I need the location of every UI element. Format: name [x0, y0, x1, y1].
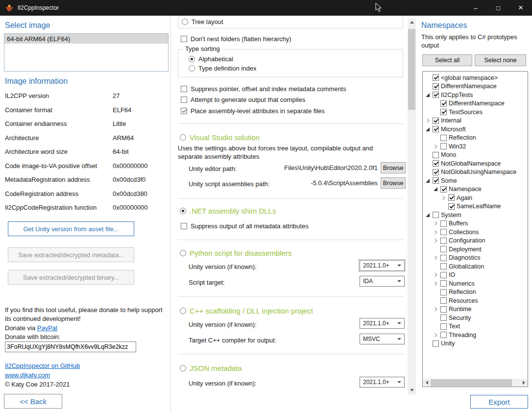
expander-expanded-icon[interactable] — [425, 178, 431, 184]
scroll-up-icon[interactable] — [408, 18, 416, 26]
tree-item-collections[interactable]: Collections — [423, 228, 528, 237]
expander-collapsed-icon[interactable] — [433, 332, 438, 338]
expander-collapsed-icon[interactable] — [433, 272, 438, 278]
expander-collapsed-icon[interactable] — [433, 238, 438, 243]
tree-item-differentnamespace[interactable]: DifferentNamespace — [423, 99, 528, 108]
namespace-checkbox[interactable] — [440, 229, 447, 235]
tree-item-io[interactable]: IO — [423, 271, 528, 280]
namespace-checkbox[interactable] — [433, 92, 439, 98]
vs-solution-radio[interactable] — [180, 134, 186, 141]
website-link[interactable]: www.djkaty.com — [5, 371, 50, 379]
tree-item-microsoft[interactable]: Microsoft — [423, 125, 528, 134]
select-none-button[interactable]: Select none — [475, 54, 526, 66]
maximize-icon[interactable]: □ — [487, 0, 509, 16]
flatten-option[interactable]: Don't nest folders (flatten hierarchy) — [181, 34, 291, 43]
expander-collapsed-icon[interactable] — [433, 281, 438, 287]
expander-expanded-icon[interactable] — [425, 126, 431, 132]
sort-typedef-radio[interactable] — [189, 65, 195, 72]
tree-item-win32[interactable]: Win32 — [423, 142, 528, 151]
namespace-checkbox[interactable] — [440, 323, 447, 330]
tree-item-resources[interactable]: Resources — [423, 296, 528, 305]
expander-collapsed-icon[interactable] — [433, 255, 438, 261]
middle-scrollbar-thumb[interactable] — [408, 29, 415, 110]
save-metadata-button[interactable]: Save extracted/decrypted metadata... — [8, 247, 134, 262]
export-button[interactable]: Export — [470, 395, 528, 409]
suppress-comments-checkbox[interactable] — [181, 86, 187, 92]
python-unity-version-select[interactable]: 2021.1.0+ — [360, 260, 405, 271]
sort-typedef-option[interactable]: Type definition index — [189, 64, 257, 73]
browse-assemblies-path-button[interactable]: Browse — [381, 177, 406, 189]
tree-hscrollbar[interactable] — [423, 379, 528, 387]
tree-item-diagnostics[interactable]: Diagnostics — [423, 254, 528, 263]
tree-item-mono[interactable]: Mono — [423, 151, 528, 160]
python-script-radio[interactable] — [180, 250, 186, 256]
namespace-checkbox[interactable] — [440, 306, 447, 313]
tree-item-notglobalusingnamespace[interactable]: NotGlobalUsingNamespace — [423, 168, 528, 177]
namespace-checkbox[interactable] — [440, 315, 447, 321]
namespace-checkbox[interactable] — [440, 246, 447, 252]
scroll-left-icon[interactable] — [423, 379, 431, 387]
namespace-checkbox[interactable] — [433, 83, 439, 90]
scroll-down-icon[interactable] — [408, 386, 416, 394]
tree-hscrollbar-thumb[interactable] — [431, 379, 512, 386]
script-target-select[interactable]: IDA — [360, 276, 405, 287]
tree-item-notglobalnamespace[interactable]: NotGlobalNamespace — [423, 159, 528, 168]
separate-attributes-option[interactable]: Place assembly-level attributes in separ… — [181, 106, 325, 115]
unity-script-assemblies-field[interactable]: -5.0.4\ScriptAssemblies — [244, 179, 378, 189]
cpp-compiler-select[interactable]: MSVC — [360, 334, 405, 344]
compilable-output-option[interactable]: Attempt to generate output that compiles — [181, 95, 305, 104]
tree-item-testsources[interactable]: TestSources — [423, 108, 528, 117]
tree-item-security[interactable]: Security — [423, 314, 528, 322]
tree-item-some[interactable]: Some — [423, 176, 528, 185]
dotnet-shim-radio[interactable] — [180, 208, 186, 214]
tree-item-configuration[interactable]: Configuration — [423, 237, 528, 245]
browse-editor-path-button[interactable]: Browse — [381, 162, 406, 173]
namespace-checkbox[interactable] — [440, 220, 447, 227]
namespace-checkbox[interactable] — [433, 118, 439, 124]
suppress-metadata-option[interactable]: Suppress output of all metadata attribut… — [181, 221, 309, 230]
expander-collapsed-icon[interactable] — [433, 220, 438, 226]
cpp-project-option[interactable]: C++ scaffolding / DLL injection project — [180, 306, 313, 316]
namespace-checkbox[interactable] — [440, 332, 447, 338]
back-button[interactable]: << Back — [4, 394, 62, 409]
separate-attributes-checkbox[interactable] — [181, 108, 187, 114]
sort-alphabetical-option[interactable]: Alphabetical — [189, 54, 233, 63]
tree-item-buffers[interactable]: Buffers — [423, 219, 528, 228]
tree-item-unity[interactable]: Unity — [423, 340, 528, 348]
namespace-checkbox[interactable] — [433, 169, 439, 175]
minimize-icon[interactable]: – — [464, 0, 487, 16]
namespace-checkbox[interactable] — [448, 203, 455, 210]
expander-expanded-icon[interactable] — [425, 92, 431, 98]
namespace-checkbox[interactable] — [440, 263, 447, 269]
tree-item-again[interactable]: Again — [423, 194, 528, 202]
tree-item-globalization[interactable]: Globalization — [423, 262, 528, 271]
tree-item-reflection[interactable]: Reflection — [423, 134, 528, 143]
tree-item-text[interactable]: Text — [423, 322, 528, 331]
namespace-checkbox[interactable] — [440, 186, 447, 193]
expander-expanded-icon[interactable] — [425, 212, 431, 218]
tree-item-runtime[interactable]: Runtime — [423, 305, 528, 314]
get-unity-version-button[interactable]: Get Unity version from asset file... — [8, 221, 134, 236]
namespace-checkbox[interactable] — [433, 74, 439, 81]
tree-item-sameleafname[interactable]: SameLeafName — [423, 202, 528, 211]
json-metadata-radio[interactable] — [180, 365, 186, 371]
select-all-button[interactable]: Select all — [422, 54, 472, 66]
sort-alphabetical-radio[interactable] — [189, 56, 195, 62]
vs-solution-option[interactable]: Visual Studio solution — [180, 132, 260, 142]
namespace-checkbox[interactable] — [440, 109, 447, 115]
namespace-checkbox[interactable] — [440, 135, 447, 141]
bitcoin-address-input[interactable] — [5, 341, 136, 352]
scroll-right-icon[interactable] — [520, 379, 528, 387]
tree-item-il2cpptests[interactable]: Il2CppTests — [423, 91, 528, 99]
namespace-checkbox[interactable] — [440, 280, 447, 287]
tree-item-threading[interactable]: Threading — [423, 331, 528, 340]
expander-collapsed-icon[interactable] — [440, 195, 446, 201]
namespace-checkbox[interactable] — [433, 340, 439, 347]
json-unity-version-select[interactable]: 2021.1.0+ — [360, 377, 405, 388]
save-binary-button[interactable]: Save extracted/decrypted binary... — [8, 270, 134, 285]
namespace-checkbox[interactable] — [440, 255, 447, 261]
cpp-unity-version-select[interactable]: 2021.1.0+ — [360, 318, 405, 329]
flatten-checkbox[interactable] — [181, 36, 187, 42]
unity-editor-path-field[interactable]: Files\Unity\Hub\Editor\2020.2.0f1 — [244, 164, 378, 174]
tree-item-reflection[interactable]: Reflection — [423, 288, 528, 297]
